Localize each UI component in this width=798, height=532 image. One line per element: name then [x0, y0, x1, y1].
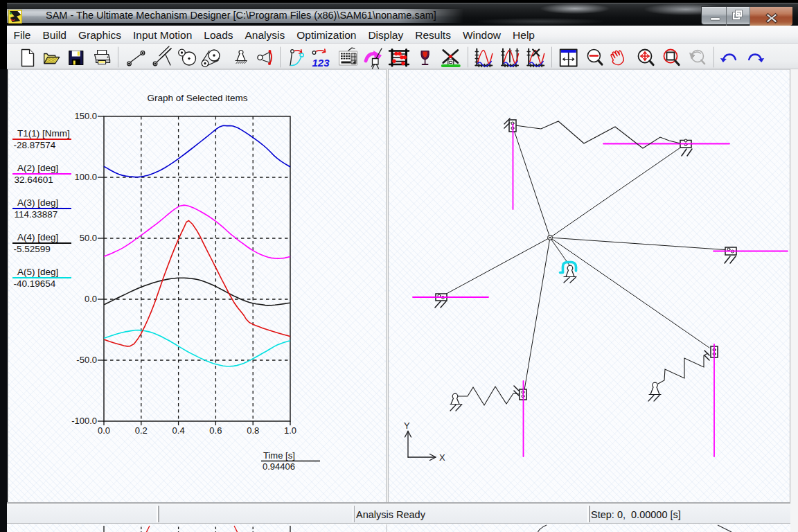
svg-text:0.0: 0.0 — [98, 425, 110, 436]
svg-text:-100.0: -100.0 — [71, 416, 97, 426]
svg-text:Time [s]: Time [s] — [263, 450, 295, 461]
svg-text:0.0: 0.0 — [85, 294, 97, 304]
svg-text:150.0: 150.0 — [74, 111, 97, 121]
svg-text:A(3) [deg]: A(3) [deg] — [17, 197, 58, 208]
svg-text:A(4) [deg]: A(4) [deg] — [17, 232, 58, 242]
svg-text:-40.19654: -40.19654 — [14, 278, 56, 289]
svg-text:123: 123 — [312, 57, 330, 69]
svg-text:A(2) [deg]: A(2) [deg] — [17, 163, 58, 173]
svg-text:0.6: 0.6 — [209, 425, 222, 436]
svg-text:Graph of Selected items: Graph of Selected items — [148, 93, 248, 103]
svg-text:T1(1) [Nmm]: T1(1) [Nmm] — [17, 128, 70, 139]
svg-text:0.94406: 0.94406 — [263, 461, 295, 472]
svg-text:-50.0: -50.0 — [76, 355, 97, 365]
svg-text:1.0: 1.0 — [284, 425, 296, 436]
svg-text:-5.52599: -5.52599 — [14, 244, 51, 254]
svg-text:100.0: 100.0 — [74, 172, 97, 182]
svg-text:114.33887: 114.33887 — [15, 209, 58, 220]
svg-text:0.8: 0.8 — [247, 425, 259, 436]
svg-text:-28.87574: -28.87574 — [14, 140, 56, 150]
svg-text:0.2: 0.2 — [135, 425, 148, 436]
svg-text:Y: Y — [404, 420, 410, 431]
svg-text:32.64601: 32.64601 — [15, 175, 53, 185]
svg-text:0.4: 0.4 — [172, 425, 185, 436]
svg-text:A(5) [deg]: A(5) [deg] — [17, 267, 58, 277]
svg-text:X: X — [439, 452, 445, 463]
svg-text:50.0: 50.0 — [80, 233, 97, 243]
